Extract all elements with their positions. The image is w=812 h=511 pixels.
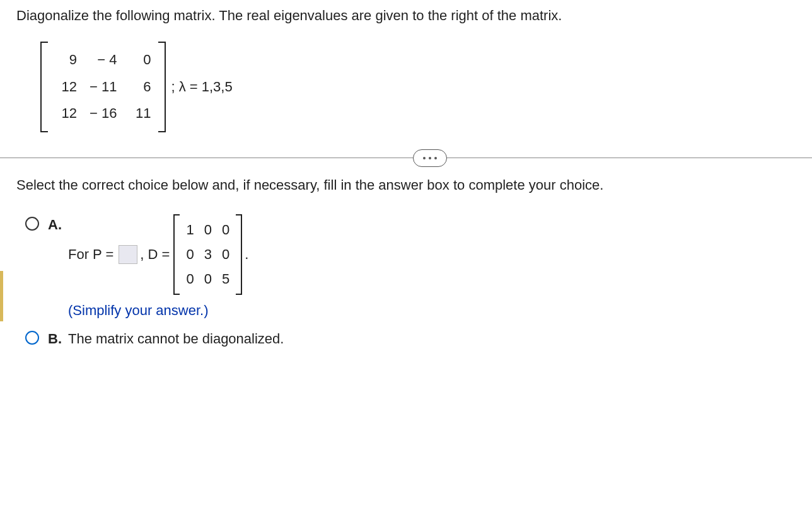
choice-a-row: A. For P = , D = 1 0 0 (25, 214, 812, 321)
matrix-cell: 0 (123, 47, 157, 74)
d-matrix-cell: 1 (181, 218, 199, 243)
left-accent-bar (0, 271, 3, 321)
d-matrix-cell: 0 (181, 243, 199, 267)
d-matrix-cell: 0 (217, 218, 235, 243)
matrix-cell: 12 (49, 100, 83, 127)
period: . (245, 245, 248, 265)
section-divider (0, 158, 812, 158)
d-matrix-cell: 0 (217, 243, 235, 267)
simplify-hint: (Simplify your answer.) (68, 301, 812, 321)
radio-choice-b[interactable] (25, 331, 39, 345)
answer-input-p[interactable] (119, 245, 137, 264)
for-p-text: For P = (68, 245, 113, 265)
ellipsis-icon (434, 157, 437, 159)
matrix-cell: − 4 (83, 47, 123, 74)
question-text: Diagonalize the following matrix. The re… (0, 6, 812, 26)
d-matrix-cell: 3 (199, 243, 217, 267)
d-matrix-cell: 0 (181, 267, 199, 292)
instruction-text: Select the correct choice below and, if … (0, 176, 812, 195)
more-options-button[interactable] (413, 149, 447, 167)
matrix-display: 9 − 4 0 12 − 11 6 12 − 16 11 ; λ = 1,3,5 (40, 42, 812, 132)
d-matrix: 1 0 0 0 3 0 0 0 (173, 214, 242, 295)
d-matrix-cell: 5 (217, 267, 235, 292)
matrix-cell: 12 (49, 74, 83, 101)
eigenvalue-text: ; λ = 1,3,5 (171, 78, 232, 97)
matrix-cell: 9 (49, 47, 83, 74)
choice-b-text: The matrix cannot be diagonalized. (68, 330, 812, 349)
matrix-cell: 11 (123, 100, 157, 127)
ellipsis-icon (423, 157, 426, 159)
radio-choice-a[interactable] (25, 217, 39, 231)
matrix-cell: 6 (123, 74, 157, 101)
choice-a-label: A. (48, 215, 68, 235)
matrix-cell: − 16 (83, 100, 123, 127)
choice-b-row: B. The matrix cannot be diagonalized. (25, 328, 812, 349)
choice-b-label: B. (48, 330, 68, 349)
matrix-cell: − 11 (83, 74, 123, 101)
ellipsis-icon (429, 157, 431, 159)
d-matrix-cell: 0 (199, 218, 217, 243)
d-equals-text: , D = (140, 245, 170, 265)
given-matrix: 9 − 4 0 12 − 11 6 12 − 16 11 (40, 42, 166, 132)
d-matrix-cell: 0 (199, 267, 217, 292)
